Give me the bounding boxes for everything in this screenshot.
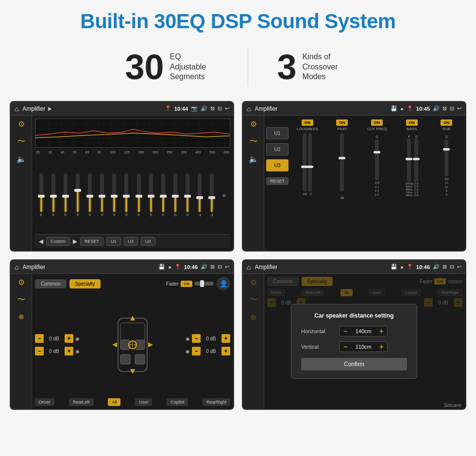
screen4-status-icons: 💾 ● 📍 10:46 🔊 ⊠ ⊟ ↩ — [391, 264, 461, 270]
back-icon[interactable]: ↩ — [225, 105, 229, 112]
rl-plus-btn[interactable]: + — [65, 347, 73, 355]
back-icon-3[interactable]: ↩ — [225, 264, 229, 270]
bt-icon-3[interactable]: ⊗ — [18, 313, 24, 321]
fr-plus-btn[interactable]: + — [221, 334, 230, 343]
eq-slider-9[interactable]: 0 — [137, 173, 141, 217]
screen3-time: 10:46 — [184, 264, 198, 270]
fl-minus-btn[interactable]: − — [35, 334, 44, 343]
screen2-topbar: ⌂ Amplifier 💾 ● 📍 10:45 🔊 ⊠ ⊟ ↩ — [243, 102, 465, 116]
location-icon-4: 📍 — [407, 264, 413, 270]
rr-minus-btn[interactable]: − — [192, 347, 201, 355]
horizontal-input: − 140cm + — [339, 326, 388, 337]
eq-icon-3[interactable]: ⚙ — [18, 278, 25, 287]
fl-plus-btn[interactable]: + — [65, 334, 73, 343]
reset-btn[interactable]: RESET — [80, 237, 103, 246]
play-icon[interactable]: ▶ — [48, 106, 52, 111]
eq-slider-4[interactable]: 5 — [76, 173, 80, 217]
fader-slider[interactable] — [194, 282, 214, 286]
u2-btn[interactable]: U2 — [124, 237, 138, 246]
fl-speaker-icon: ◉ — [75, 336, 80, 341]
u2-selector[interactable]: U2 — [266, 143, 289, 155]
u1-selector[interactable]: U1 — [266, 127, 289, 139]
speaker-icon-2[interactable]: 🔈 — [249, 154, 258, 164]
horizontal-label: Horizontal — [301, 328, 335, 334]
freq-50: 50 — [73, 151, 77, 154]
fr-minus-btn[interactable]: − — [192, 334, 201, 343]
channel-strips: ON LOUDNESS 64 — [290, 118, 463, 249]
home-icon-4[interactable]: ⌂ — [247, 263, 251, 271]
screen-eq: ⌂ Amplifier ▶ 📍 10:44 📷 🔊 ⊠ ⊟ ↩ ⚙ 〜 🔈 — [10, 101, 234, 252]
rearright-btn[interactable]: RearRight — [203, 398, 230, 406]
loudness-on-btn[interactable]: ON — [302, 119, 313, 126]
eq-icon-2[interactable]: ⚙ — [250, 119, 257, 129]
horizontal-minus-btn[interactable]: − — [341, 327, 349, 335]
back-icon-2[interactable]: ↩ — [457, 105, 461, 112]
all-btn[interactable]: All — [108, 398, 120, 406]
freq-630: 630 — [223, 151, 229, 154]
screen3-status-icons: 💾 ● 📍 10:46 🔊 ⊠ ⊟ ↩ — [158, 264, 229, 270]
eq-icon[interactable]: ⚙ — [18, 119, 25, 129]
sub-on-btn[interactable]: ON — [441, 119, 452, 126]
u-selector: U1 U2 U3 RESET — [266, 118, 289, 249]
eq-slider-12[interactable]: 0 — [173, 173, 177, 217]
user-btn[interactable]: User — [135, 398, 152, 406]
bt-icon-4[interactable]: ⊗ — [250, 313, 256, 322]
wave-icon[interactable]: 〜 — [17, 136, 25, 147]
cutfreq-on-btn[interactable]: ON — [371, 119, 383, 126]
copilot-btn[interactable]: Copilot — [167, 398, 188, 406]
freq-80: 80 — [98, 151, 102, 154]
common-tab[interactable]: Common — [35, 279, 67, 288]
horizontal-value: 140cm — [351, 328, 375, 334]
rl-minus-btn[interactable]: − — [35, 347, 44, 355]
eq-slider-6[interactable]: 0 — [100, 173, 104, 217]
eq-slider-7[interactable]: 0 — [112, 173, 116, 217]
bass-on-btn[interactable]: ON — [406, 119, 418, 126]
confirm-button[interactable]: Confirm — [301, 358, 407, 371]
screen2-title: Amplifier — [255, 105, 277, 112]
rr-db-value: 0 dB — [203, 349, 220, 354]
eq-slider-8[interactable]: 0 — [124, 173, 128, 217]
stats-row: 30 EQ Adjustable Segments 3 Kinds of Cro… — [0, 48, 476, 86]
home-icon-3[interactable]: ⌂ — [15, 263, 18, 271]
crossover-reset-btn[interactable]: RESET — [266, 177, 289, 185]
distance-dialog: Car speaker distance setting Horizontal … — [291, 304, 417, 379]
eq-slider-13[interactable]: 0 — [186, 173, 189, 217]
rearleft-btn[interactable]: RearLeft — [69, 398, 94, 406]
vertical-plus-btn[interactable]: + — [377, 343, 385, 351]
back-icon-4[interactable]: ↩ — [457, 264, 461, 270]
u1-btn[interactable]: U1 — [106, 237, 121, 246]
eq-slider-15[interactable]: -1 — [210, 173, 214, 217]
u3-selector[interactable]: U3 — [266, 159, 289, 171]
wave-icon-4[interactable]: 〜 — [250, 295, 257, 305]
fr-speaker-icon: ◉ — [186, 336, 190, 341]
prev-arrow[interactable]: ◀ — [39, 238, 43, 245]
speaker-icon[interactable]: 🔈 — [17, 154, 26, 164]
volume-icon-2: 🔊 — [433, 105, 440, 112]
eq-slider-3[interactable]: 0 — [64, 173, 68, 217]
scroll-right-icon[interactable]: » — [222, 191, 226, 199]
home-icon-2[interactable]: ⌂ — [247, 105, 251, 113]
eq-slider-1[interactable]: 0 — [39, 173, 43, 217]
eq-slider-10[interactable]: 0 — [149, 173, 153, 217]
eq-slider-11[interactable]: 0 — [161, 173, 165, 217]
eq-slider-2[interactable]: 0 — [51, 173, 55, 217]
eq-slider-14[interactable]: -1 — [198, 173, 202, 217]
wave-icon-3[interactable]: 〜 — [17, 295, 25, 305]
dot-icon-4: ● — [400, 264, 404, 270]
home-icon[interactable]: ⌂ — [15, 105, 18, 113]
rr-plus-btn[interactable]: + — [221, 347, 230, 355]
fader-on-btn[interactable]: ON — [181, 281, 192, 287]
driver-btn[interactable]: Driver — [35, 398, 54, 406]
eq-slider-5[interactable]: 0 — [88, 173, 92, 217]
freq-320: 320 — [181, 151, 187, 154]
horizontal-plus-btn[interactable]: + — [377, 327, 385, 335]
next-arrow[interactable]: ▶ — [73, 238, 77, 245]
u3-btn[interactable]: U3 — [141, 237, 155, 246]
phat-on-btn[interactable]: ON — [336, 119, 348, 126]
wave-icon-2[interactable]: 〜 — [250, 136, 257, 147]
specialty-tab[interactable]: Specialty — [69, 279, 101, 288]
screen3-eq-area: Common Specialty Fader ON 👤 — [32, 274, 233, 409]
vertical-minus-btn[interactable]: − — [341, 343, 349, 351]
eq-icon-4[interactable]: ⚙ — [250, 278, 257, 287]
freq-32: 32 — [48, 151, 52, 154]
